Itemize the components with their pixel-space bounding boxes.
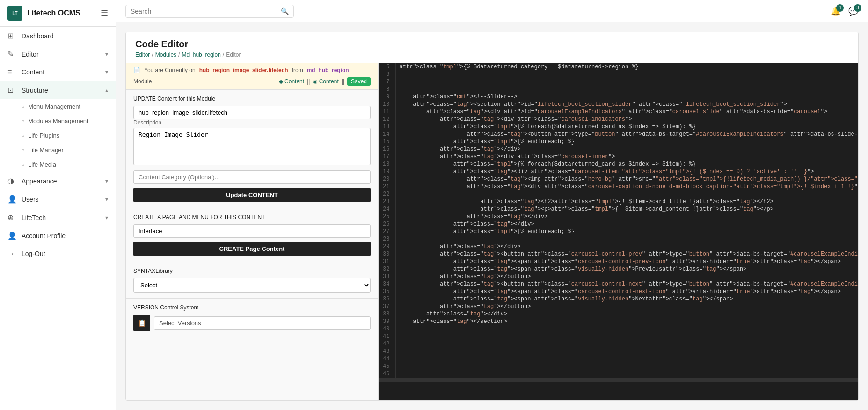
sidebar-item-content[interactable]: ≡ Content ▾ <box>0 63 116 81</box>
file-name-field[interactable] <box>133 106 371 119</box>
line-code[interactable]: attr">class="tag"><div attr">class="caro… <box>395 116 858 123</box>
syntax-select[interactable]: Select <box>133 278 371 293</box>
line-code[interactable]: attr">class="tag"><span attr">class="car… <box>395 258 858 265</box>
line-code[interactable]: attr">class="tag"></button> <box>395 303 858 310</box>
line-code[interactable]: attr">class="tmpl">{% endforeach; %} <box>395 228 858 235</box>
line-code[interactable] <box>395 370 858 378</box>
breadcrumb-editor[interactable]: Editor <box>135 51 150 58</box>
menu-toggle-button[interactable]: ☰ <box>101 8 108 18</box>
sidebar-item-label: Content <box>22 68 105 76</box>
line-code[interactable]: attr">class="tag"></div> <box>395 243 858 250</box>
messages-button[interactable]: 💬 3 <box>848 6 859 16</box>
line-number: 36 <box>379 295 395 303</box>
create-page-content-button[interactable]: CREATE Page Content <box>133 242 371 256</box>
content-icon: ≡ <box>7 68 17 76</box>
sidebar-item-editor[interactable]: ✎ Editor ▾ <box>0 45 116 63</box>
line-code[interactable]: attr">class="tag"><button attr">class="c… <box>395 250 858 258</box>
users-icon: 👤 <box>7 195 17 204</box>
sidebar-item-logout[interactable]: → Log-Out <box>0 245 116 263</box>
line-code[interactable]: attr">class="tag"></div> <box>395 220 858 228</box>
update-content-button[interactable]: Update CONTENT <box>133 188 371 202</box>
line-number: 7 <box>379 78 395 86</box>
banner-suffix: Module <box>133 78 152 85</box>
sub-item-label: Menu Management <box>28 103 80 110</box>
sidebar-item-appearance[interactable]: ◑ Appearance ▾ <box>0 172 116 190</box>
structure-icon: ⊡ <box>7 86 17 95</box>
line-number: 28 <box>379 235 395 243</box>
sidebar-item-menu-management[interactable]: Menu Management <box>0 99 116 114</box>
line-code[interactable] <box>395 78 858 86</box>
code-editor-wrapper: Code Editor Editor / Modules / Md_hub_re… <box>125 32 859 401</box>
line-number: 34 <box>379 280 395 288</box>
line-code[interactable]: attr">class="tag"><img attr">class="hero… <box>395 176 858 183</box>
sidebar-item-dashboard[interactable]: ⊞ Dashboard <box>0 27 116 45</box>
line-code[interactable]: attr">class="tag"><p>attr">class="tmpl">… <box>395 205 858 213</box>
table-row: 20 attr">class="tag"><img attr">class="h… <box>379 176 858 183</box>
version-icon-button[interactable]: 📋 <box>133 315 150 331</box>
content-button-2[interactable]: ◉ Content <box>313 78 338 85</box>
table-row: 16 attr">class="tag"></div> <box>379 146 858 153</box>
line-code[interactable]: attr">class="tmpl">{% endforeach; %} <box>395 138 858 146</box>
line-code[interactable] <box>395 190 858 198</box>
line-code[interactable] <box>395 333 858 340</box>
line-number: 17 <box>379 153 395 161</box>
line-code[interactable]: attr">class="cmt"><!--Slider--> <box>395 93 858 101</box>
line-code[interactable]: attr">class="tag"><button attr">class="c… <box>395 280 858 288</box>
line-code[interactable]: attr">class="tag"><div attr">id="carouse… <box>395 108 858 116</box>
line-code[interactable] <box>395 363 858 370</box>
line-code[interactable]: attr">class="tag"><span attr">class="car… <box>395 288 858 295</box>
line-number: 12 <box>379 116 395 123</box>
sidebar-item-label: Appearance <box>22 177 105 185</box>
sidebar-item-modules-management[interactable]: Modules Management <box>0 114 116 128</box>
breadcrumb-modules[interactable]: Modules <box>155 51 176 58</box>
sidebar-item-label: Structure <box>22 87 105 94</box>
line-code[interactable] <box>395 86 858 93</box>
line-code[interactable]: attr">class="tmpl">{% foreach($dataretur… <box>395 123 858 131</box>
line-code[interactable]: attr">class="tag"></div> <box>395 310 858 318</box>
search-input[interactable] <box>131 7 277 15</box>
line-code[interactable]: attr">class="tmpl">{% $datareturned_cate… <box>395 63 858 71</box>
line-code[interactable] <box>395 348 858 355</box>
line-code[interactable]: attr">class="tag"><div attr">class="caro… <box>395 153 858 161</box>
banner-separator-2: || <box>342 78 344 85</box>
line-code[interactable]: attr">class="tag"></div> <box>395 146 858 153</box>
sidebar-item-file-manager[interactable]: File Manager <box>0 143 116 157</box>
line-code[interactable]: attr">class="tag"><button attr">type="bu… <box>395 131 858 138</box>
line-code[interactable] <box>395 355 858 363</box>
topbar: 🔍 🔔 4 💬 3 <box>116 0 868 22</box>
line-code[interactable]: attr">class="tag"><div attr">class="caro… <box>395 183 858 190</box>
line-code[interactable] <box>395 235 858 243</box>
line-code[interactable]: attr">class="tag"><span attr">class="vis… <box>395 295 858 303</box>
line-code[interactable]: attr">class="tag"></section> <box>395 318 858 325</box>
breadcrumb-md-hub-region[interactable]: Md_hub_region <box>182 51 220 58</box>
interface-field[interactable] <box>133 224 371 238</box>
select-versions-button[interactable]: Select Versions <box>154 316 371 330</box>
line-code[interactable]: attr">class="tag"><div attr">class="caro… <box>395 168 858 176</box>
sidebar-item-label: Account Profile <box>22 232 108 240</box>
line-number: 9 <box>379 93 395 101</box>
code-scrollbar[interactable] <box>379 378 858 382</box>
description-field[interactable]: Region Image Slider <box>133 128 371 165</box>
line-code[interactable]: attr">class="tag"></button> <box>395 273 858 280</box>
sidebar-item-users[interactable]: 👤 Users ▾ <box>0 190 116 208</box>
line-code[interactable]: attr">class="tag"><h2>attr">class="tmpl"… <box>395 198 858 205</box>
sidebar-item-lifetech[interactable]: ⊛ LifeTech ▾ <box>0 208 116 227</box>
saved-button[interactable]: Saved <box>347 77 371 86</box>
line-code[interactable] <box>395 325 858 333</box>
line-code[interactable] <box>395 71 858 78</box>
sidebar-item-life-plugins[interactable]: Life Plugins <box>0 128 116 143</box>
table-row: 37 attr">class="tag"></button> <box>379 303 858 310</box>
sidebar-item-structure[interactable]: ⊡ Structure ▴ <box>0 81 116 99</box>
sidebar-item-account-profile[interactable]: 👤 Account Profile <box>0 227 116 245</box>
line-code[interactable]: attr">class="tag"></div> <box>395 213 858 220</box>
line-code[interactable]: attr">class="tmpl">{% foreach($dataretur… <box>395 161 858 168</box>
category-field[interactable] <box>133 170 371 184</box>
notifications-button[interactable]: 🔔 4 <box>831 6 841 16</box>
sidebar-item-life-media[interactable]: Life Media <box>0 157 116 172</box>
line-code[interactable]: attr">class="tag"><section attr">id="lif… <box>395 101 858 108</box>
line-code[interactable] <box>395 340 858 348</box>
table-row: 33 attr">class="tag"></button> <box>379 273 858 280</box>
line-code[interactable]: attr">class="tag"><span attr">class="vis… <box>395 265 858 273</box>
content-button-1[interactable]: ◆ Content <box>279 78 304 85</box>
table-row: 30 attr">class="tag"><button attr">class… <box>379 250 858 258</box>
